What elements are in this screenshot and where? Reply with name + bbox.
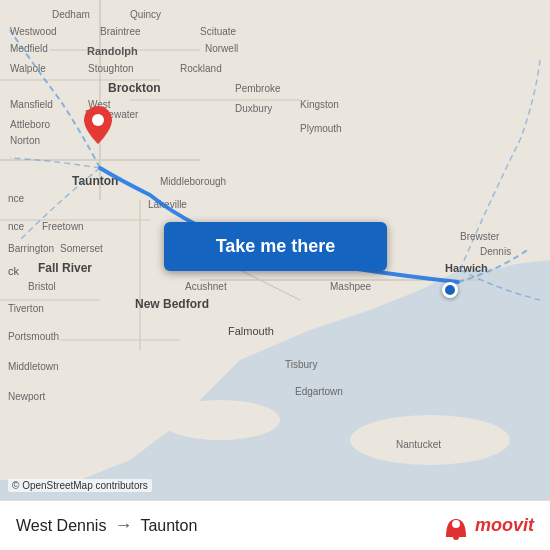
svg-text:Middleborough: Middleborough	[160, 176, 226, 187]
svg-text:Brewster: Brewster	[460, 231, 500, 242]
svg-text:Medfield: Medfield	[10, 43, 48, 54]
svg-text:Dennis: Dennis	[480, 246, 511, 257]
svg-text:Attleboro: Attleboro	[10, 119, 50, 130]
route-info: West Dennis → Taunton	[16, 515, 197, 536]
svg-text:ck: ck	[8, 265, 20, 277]
map-container: Dedham Quincy Westwood Braintree Scituat…	[0, 0, 550, 500]
svg-text:Randolph: Randolph	[87, 45, 138, 57]
svg-text:Newport: Newport	[8, 391, 45, 402]
svg-text:Braintree: Braintree	[100, 26, 141, 37]
svg-text:Bristol: Bristol	[28, 281, 56, 292]
svg-text:nce: nce	[8, 221, 25, 232]
svg-text:Middletown: Middletown	[8, 361, 59, 372]
svg-text:Tiverton: Tiverton	[8, 303, 44, 314]
west-dennis-dot	[442, 282, 458, 298]
svg-text:Barrington: Barrington	[8, 243, 54, 254]
svg-text:Pembroke: Pembroke	[235, 83, 281, 94]
svg-point-66	[453, 534, 459, 540]
svg-text:Fall River: Fall River	[38, 261, 92, 275]
destination-label: Taunton	[140, 517, 197, 535]
svg-text:Norton: Norton	[10, 135, 40, 146]
svg-text:Duxbury: Duxbury	[235, 103, 272, 114]
moovit-logo: moovit	[441, 511, 534, 541]
svg-text:Quincy: Quincy	[130, 9, 161, 20]
take-me-there-label: Take me there	[216, 236, 336, 257]
moovit-icon	[441, 511, 471, 541]
svg-text:Dedham: Dedham	[52, 9, 90, 20]
svg-text:New Bedford: New Bedford	[135, 297, 209, 311]
origin-label: West Dennis	[16, 517, 106, 535]
taunton-pin	[84, 106, 112, 148]
svg-text:Portsmouth: Portsmouth	[8, 331, 59, 342]
svg-text:Acushnet: Acushnet	[185, 281, 227, 292]
svg-text:Nantucket: Nantucket	[396, 439, 441, 450]
moovit-text: moovit	[475, 515, 534, 536]
svg-text:Rockland: Rockland	[180, 63, 222, 74]
route-arrow-icon: →	[114, 515, 132, 536]
svg-text:Norwell: Norwell	[205, 43, 238, 54]
svg-text:Stoughton: Stoughton	[88, 63, 134, 74]
svg-text:Plymouth: Plymouth	[300, 123, 342, 134]
svg-text:Brockton: Brockton	[108, 81, 161, 95]
svg-text:Westwood: Westwood	[10, 26, 57, 37]
svg-text:Harwich: Harwich	[445, 262, 488, 274]
take-me-there-button[interactable]: Take me there	[164, 222, 387, 271]
svg-text:Tisbury: Tisbury	[285, 359, 317, 370]
svg-point-65	[452, 520, 460, 528]
svg-text:Freetown: Freetown	[42, 221, 84, 232]
svg-text:Mashpee: Mashpee	[330, 281, 372, 292]
map-attribution: © OpenStreetMap contributors	[8, 479, 152, 492]
svg-text:Somerset: Somerset	[60, 243, 103, 254]
svg-text:Edgartown: Edgartown	[295, 386, 343, 397]
svg-text:Scituate: Scituate	[200, 26, 237, 37]
svg-text:nce: nce	[8, 193, 25, 204]
svg-text:Mansfield: Mansfield	[10, 99, 53, 110]
svg-point-64	[92, 114, 104, 126]
svg-text:Kingston: Kingston	[300, 99, 339, 110]
svg-text:Falmouth: Falmouth	[228, 325, 274, 337]
svg-point-5	[160, 400, 280, 440]
bottom-bar: West Dennis → Taunton moovit	[0, 500, 550, 550]
